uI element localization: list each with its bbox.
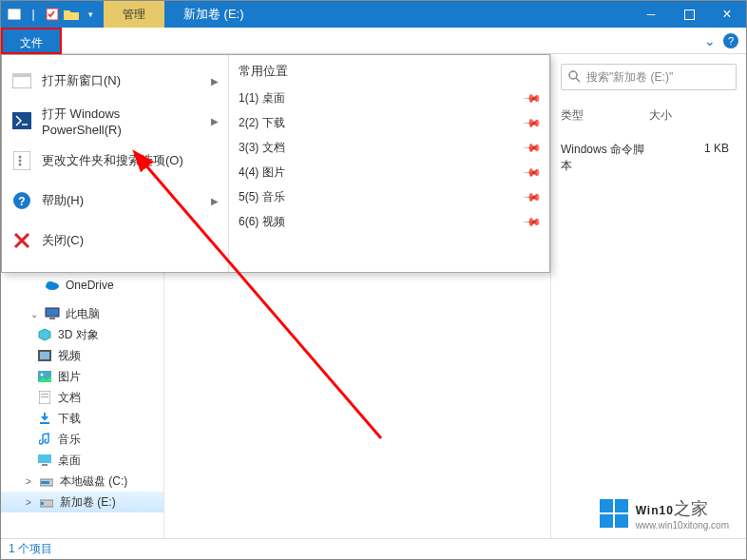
quick-access-toolbar: | ▾ — [1, 7, 104, 22]
document-icon — [37, 390, 52, 405]
svg-text:?: ? — [18, 195, 25, 208]
tree-volume-e[interactable]: >新加卷 (E:) — [1, 492, 163, 512]
search-icon — [567, 69, 581, 86]
disk-icon — [39, 473, 54, 489]
help-icon[interactable]: ? — [723, 33, 738, 48]
svg-point-27 — [19, 156, 22, 159]
svg-line-22 — [576, 78, 580, 82]
menu-powershell[interactable]: 打开 Windows PowerShell(R) ▶ — [2, 101, 228, 141]
tree-thispc[interactable]: ⌄此电脑 — [1, 303, 163, 324]
location-downloads[interactable]: 2(2) 下载📌 — [239, 110, 540, 135]
chevron-right-icon: ▶ — [211, 116, 219, 126]
status-bar: 1 个项目 — [1, 538, 746, 559]
window-icon — [11, 70, 32, 91]
svg-rect-15 — [38, 454, 51, 463]
chevron-right-icon: ▶ — [211, 76, 219, 87]
svg-rect-8 — [40, 352, 49, 359]
cube-icon — [37, 327, 52, 342]
svg-rect-2 — [684, 10, 694, 19]
svg-point-29 — [19, 164, 22, 166]
tree-documents[interactable]: 文档 — [1, 387, 163, 408]
svg-rect-14 — [40, 422, 49, 424]
file-size-cell: 1 KB — [645, 142, 737, 174]
explorer-icon — [7, 7, 22, 22]
svg-point-21 — [569, 71, 577, 79]
col-size[interactable]: 大小 — [649, 104, 737, 127]
item-count: 1 个项目 — [9, 541, 52, 557]
minimize-button[interactable]: ─ — [632, 1, 670, 28]
chevron-right-icon: ▶ — [211, 196, 219, 206]
close-button[interactable]: × — [708, 1, 746, 28]
locations-header: 常用位置 — [239, 63, 540, 86]
svg-rect-24 — [12, 73, 31, 77]
svg-rect-18 — [41, 481, 49, 484]
watermark: Win10之家 www.win10xitong.com — [600, 495, 729, 531]
ribbon-bar: 文件 ⌄ ? — [1, 28, 746, 54]
music-icon — [37, 432, 52, 447]
location-documents[interactable]: 3(3) 文档📌 — [239, 135, 540, 160]
tree-localdisk-c[interactable]: >本地磁盘 (C:) — [1, 471, 163, 492]
tree-videos[interactable]: 视频 — [1, 345, 163, 366]
svg-rect-13 — [41, 396, 48, 397]
svg-rect-26 — [13, 151, 30, 170]
powershell-icon — [11, 110, 32, 131]
desktop-icon — [37, 453, 52, 468]
video-icon — [37, 348, 52, 363]
disk-icon — [39, 494, 54, 510]
file-type-cell: Windows 命令脚本 — [561, 142, 645, 174]
svg-point-4 — [47, 281, 54, 287]
tree-onedrive[interactable]: OneDrive — [1, 275, 163, 296]
tree-desktop[interactable]: 桌面 — [1, 450, 163, 471]
pin-icon[interactable]: 📌 — [523, 163, 543, 183]
tree-music[interactable]: 音乐 — [1, 429, 163, 450]
qat-divider: | — [26, 7, 41, 22]
menu-folder-options[interactable]: 更改文件夹和搜索选项(O) — [2, 141, 228, 181]
windows-logo-icon — [600, 499, 628, 528]
window-title: 新加卷 (E:) — [164, 6, 263, 23]
cloud-icon — [45, 278, 60, 293]
svg-rect-0 — [8, 9, 21, 20]
title-bar: | ▾ 管理 新加卷 (E:) ─ × — [1, 1, 746, 28]
tree-pictures[interactable]: 图片 — [1, 366, 163, 387]
options-icon — [11, 150, 32, 171]
pin-icon[interactable]: 📌 — [523, 138, 543, 158]
manage-tab[interactable]: 管理 — [104, 1, 164, 28]
svg-rect-6 — [49, 318, 55, 319]
column-headers[interactable]: 类型 大小 — [561, 104, 737, 128]
search-input[interactable]: 搜索"新加卷 (E:)" — [561, 64, 737, 90]
ribbon-expand-icon[interactable]: ⌄ — [704, 33, 716, 48]
right-column: 搜索"新加卷 (E:)" 类型 大小 Windows 命令脚本 1 KB — [550, 54, 746, 538]
folder-icon[interactable] — [64, 7, 79, 22]
properties-icon[interactable] — [45, 7, 60, 22]
maximize-button[interactable] — [670, 1, 708, 28]
file-row[interactable]: Windows 命令脚本 1 KB — [561, 142, 737, 174]
tree-3dobjects[interactable]: 3D 对象 — [1, 324, 163, 345]
svg-rect-16 — [42, 464, 48, 466]
location-music[interactable]: 5(5) 音乐📌 — [239, 184, 540, 209]
menu-new-window[interactable]: 打开新窗口(N) ▶ — [2, 61, 228, 101]
pin-icon[interactable]: 📌 — [523, 88, 543, 108]
pin-icon[interactable]: 📌 — [523, 212, 543, 232]
file-tab[interactable]: 文件 — [1, 28, 62, 54]
location-desktop[interactable]: 1(1) 桌面📌 — [239, 86, 540, 110]
close-icon — [11, 230, 32, 251]
download-icon — [37, 411, 52, 426]
pin-icon[interactable]: 📌 — [523, 113, 543, 133]
pc-icon — [45, 306, 60, 321]
col-type[interactable]: 类型 — [561, 104, 649, 127]
menu-help[interactable]: ? 帮助(H) ▶ — [2, 181, 228, 221]
svg-point-10 — [41, 374, 44, 377]
menu-close[interactable]: 关闭(C) — [2, 221, 228, 261]
svg-rect-5 — [46, 308, 59, 317]
pin-icon[interactable]: 📌 — [523, 187, 543, 207]
search-placeholder: 搜索"新加卷 (E:)" — [586, 69, 673, 86]
qat-customize-icon[interactable]: ▾ — [83, 7, 98, 22]
help-icon: ? — [11, 190, 32, 211]
location-videos[interactable]: 6(6) 视频📌 — [239, 209, 540, 234]
tree-downloads[interactable]: 下载 — [1, 408, 163, 429]
svg-rect-20 — [41, 502, 44, 505]
location-pictures[interactable]: 4(4) 图片📌 — [239, 160, 540, 184]
svg-point-28 — [19, 160, 22, 163]
picture-icon — [37, 369, 52, 384]
svg-rect-12 — [41, 394, 48, 395]
